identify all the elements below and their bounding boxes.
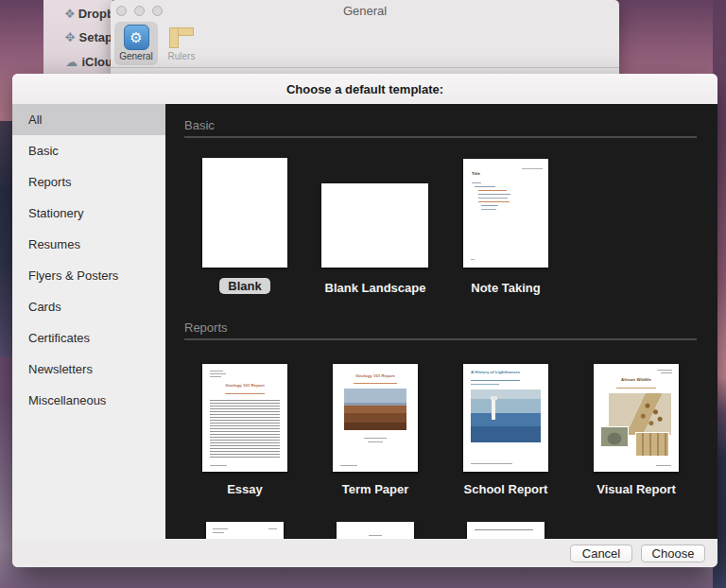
setapp-icon: ✥ <box>64 30 77 44</box>
finder-sidebar-fragment: ❖ Dropb ✥ Setap ☁ iClou <box>43 0 112 74</box>
section-title-reports: Reports <box>184 320 228 335</box>
template-thumb-partial-3[interactable] <box>467 522 544 539</box>
category-sidebar: All Basic Reports Stationery Resumes Fly… <box>12 104 165 539</box>
dialog-header: Choose a default template: <box>12 74 717 104</box>
sidebar-item-icloud[interactable]: ☁ iClou <box>43 52 112 71</box>
window-title: General <box>111 4 619 18</box>
sidebar-item-label: iClou <box>82 55 113 69</box>
preferences-toolbar: ⚙ General Rulers <box>111 19 619 68</box>
template-label: Term Paper <box>342 482 409 496</box>
page-title: Geology 101 Report <box>221 383 268 388</box>
template-thumb-visual-report[interactable]: African Wildlife <box>594 364 679 472</box>
template-grid: Basic Blank Blank Landscape <box>165 104 717 539</box>
section-separator <box>184 136 697 138</box>
section-separator <box>184 338 697 340</box>
template-label: Blank Landscape <box>325 281 426 295</box>
template-thumb-term-paper[interactable]: Geology 101 Report <box>333 364 418 472</box>
template-thumb-partial-2[interactable] <box>337 522 414 539</box>
tab-general[interactable]: ⚙ General <box>114 22 158 65</box>
template-chooser-dialog: Choose a default template: All Basic Rep… <box>12 74 717 567</box>
general-prefs-icon: ⚙ <box>124 25 149 50</box>
rulers-icon <box>167 25 196 50</box>
sidebar-item-reports[interactable]: Reports <box>12 166 165 198</box>
page-title: African Wildlife <box>613 377 660 382</box>
template-thumb-blank[interactable] <box>202 158 287 268</box>
sidebar-item-flyers-posters[interactable]: Flyers & Posters <box>12 260 165 291</box>
sidebar-item-resumes[interactable]: Resumes <box>12 229 165 260</box>
preferences-window: General ⚙ General Rulers <box>111 0 619 74</box>
sidebar-item-miscellaneous[interactable]: Miscellaneous <box>12 385 165 416</box>
sidebar-item-label: Setap <box>79 30 112 44</box>
page-title: A History of Lighthouses <box>471 370 520 374</box>
tab-label: Rulers <box>160 51 203 61</box>
template-label: Visual Report <box>596 482 676 496</box>
elephant-photo <box>600 426 629 447</box>
sidebar-item-basic[interactable]: Basic <box>12 135 165 166</box>
sidebar-item-newsletters[interactable]: Newsletters <box>12 354 165 385</box>
template-label: Note Taking <box>471 281 540 295</box>
icloud-icon: ☁ <box>64 55 79 69</box>
cancel-button[interactable]: Cancel <box>570 545 632 562</box>
sidebar-item-certificates[interactable]: Certificates <box>12 322 165 354</box>
page-title: Geology 101 Report <box>352 373 399 378</box>
template-thumb-blank-landscape[interactable] <box>321 183 428 268</box>
lighthouse-photo <box>471 389 541 442</box>
sidebar-item-setapp[interactable]: ✥ Setap <box>43 27 112 46</box>
page-title: Title <box>472 171 480 176</box>
canyon-photo <box>344 389 406 430</box>
sidebar-item-label: Dropb <box>78 7 112 21</box>
template-label-selected: Blank <box>219 278 269 294</box>
sidebar-item-stationery[interactable]: Stationery <box>12 198 165 229</box>
screen: ❖ Dropb ✥ Setap ☁ iClou General ⚙ Genera… <box>0 0 726 588</box>
section-title-basic: Basic <box>184 118 215 132</box>
meerkat-photo <box>635 432 669 457</box>
tab-rulers[interactable]: Rulers <box>160 22 203 65</box>
dialog-title: Choose a default template: <box>286 82 443 96</box>
template-thumb-school-report[interactable]: A History of Lighthouses <box>463 364 548 472</box>
template-thumb-note-taking[interactable]: Title <box>463 159 548 268</box>
sidebar-item-dropbox[interactable]: ❖ Dropb <box>43 4 112 23</box>
choose-button[interactable]: Choose <box>641 545 705 562</box>
template-label: School Report <box>464 482 548 496</box>
sidebar-item-all[interactable]: All <box>12 104 165 135</box>
dialog-footer: Cancel Choose <box>12 539 717 567</box>
template-thumb-partial-1[interactable] <box>206 522 284 539</box>
dropbox-icon: ❖ <box>64 7 76 21</box>
preferences-titlebar: General <box>111 0 619 19</box>
sidebar-item-cards[interactable]: Cards <box>12 291 165 322</box>
template-label: Essay <box>227 482 263 496</box>
template-thumb-essay[interactable]: Geology 101 Report <box>202 364 287 472</box>
tab-label: General <box>114 51 158 61</box>
